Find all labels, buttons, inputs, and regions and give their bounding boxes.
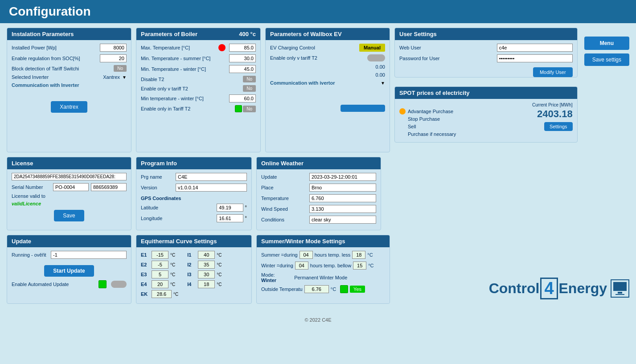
- temperature-input[interactable]: [309, 194, 376, 202]
- i1-unit: °C: [217, 253, 222, 258]
- outside-unit: °C: [331, 286, 336, 292]
- summer-mid: hours temp. less: [315, 252, 351, 258]
- max-temp-label: Max. Temperature [°C]: [141, 45, 218, 50]
- install-panel: Instalation Parameters Installed Power […: [7, 28, 131, 152]
- stop-label: Stop Purchase: [408, 116, 440, 122]
- save-settings-button[interactable]: Save settigs: [584, 53, 629, 66]
- summer-val-input[interactable]: [352, 251, 365, 259]
- e2-unit: °C: [170, 262, 175, 267]
- disable-t2-toggle[interactable]: No: [243, 76, 256, 82]
- min-temp-summer-label: Min. Temperature - summer [°C]: [141, 56, 229, 61]
- place-input[interactable]: [309, 184, 376, 192]
- block-detection-toggle[interactable]: No: [114, 65, 127, 72]
- winter-hours-input[interactable]: [295, 262, 308, 270]
- user-settings-title: User Settings: [399, 31, 437, 37]
- inverter-row: Selected Inverter Xantrex ▼: [12, 74, 127, 80]
- running-row: Running - ověřit: [12, 251, 127, 259]
- advantage-indicator-icon: [399, 108, 406, 115]
- boiler-temp-display: 400 °c: [239, 31, 256, 37]
- enable-tariff2-toggle[interactable]: No: [243, 106, 256, 112]
- e1-input[interactable]: [152, 251, 168, 259]
- spot-settings-button[interactable]: Settings: [544, 122, 573, 131]
- max-temp-input[interactable]: [229, 44, 256, 52]
- logo-monitor-icon: [611, 279, 629, 298]
- inverter-dropdown[interactable]: Xantrex ▼: [103, 74, 127, 80]
- enable-tariff-toggle[interactable]: No: [243, 85, 256, 92]
- menu-button[interactable]: Menu: [584, 37, 629, 50]
- header: Configuration: [0, 0, 636, 23]
- enable-tariff-row: Enable only v tariff T2 No: [141, 85, 256, 92]
- web-user-input[interactable]: [497, 44, 573, 52]
- wind-row: Wind Speed: [261, 205, 376, 213]
- min-temp-summer-row: Min. Temperature - summer [°C]: [141, 54, 256, 62]
- xantrex-button[interactable]: Xantrex: [51, 101, 87, 113]
- wallbox-value2: 0.00: [376, 72, 385, 78]
- advantage-label: Advantage Purchase: [408, 109, 453, 114]
- license-title: License: [12, 160, 33, 167]
- e3-input[interactable]: [152, 270, 168, 278]
- installed-power-input[interactable]: [100, 44, 127, 52]
- auto-update-toggle[interactable]: [111, 281, 127, 288]
- min-temp-summer-input[interactable]: [229, 54, 256, 62]
- regulation-input[interactable]: [100, 54, 127, 62]
- wind-input[interactable]: [309, 205, 376, 213]
- auto-update-check-icon[interactable]: [98, 280, 107, 288]
- serial-input-2[interactable]: [91, 183, 127, 191]
- license-valid-label: License valid to: [12, 193, 127, 199]
- comm-inverter-label[interactable]: Communication with Inverter: [12, 82, 127, 88]
- i1-input[interactable]: [198, 251, 215, 259]
- start-update-button[interactable]: Start Update: [44, 265, 94, 277]
- temperature-row: Temperature: [261, 194, 376, 202]
- modify-user-button[interactable]: Modify User: [533, 67, 573, 77]
- prg-name-input[interactable]: [176, 173, 247, 181]
- ek-row: EK °C: [141, 290, 178, 298]
- save-license-button[interactable]: Save: [54, 210, 84, 221]
- i4-row: I4 °C: [187, 280, 222, 288]
- i2-label: I2: [187, 262, 196, 267]
- auto-update-row: Enable Automated Update: [12, 280, 127, 288]
- longitude-input[interactable]: [217, 214, 243, 222]
- summer-winter-title: Summer/Winter Mode Settings: [261, 238, 345, 245]
- comm-row: Communication with Inverter: [12, 82, 127, 88]
- version-input[interactable]: [176, 184, 247, 192]
- i4-input[interactable]: [198, 280, 215, 288]
- winter-val-input[interactable]: [353, 262, 366, 270]
- license-key-input[interactable]: [12, 173, 127, 180]
- latitude-label: Latitude: [141, 205, 217, 210]
- install-title: Instalation Parameters: [12, 31, 74, 37]
- password-input[interactable]: [497, 54, 573, 62]
- ev-manual-button[interactable]: Manual: [359, 44, 385, 52]
- wallbox-chevron-icon: ▼: [381, 81, 385, 86]
- min-temp-winter-input[interactable]: [229, 65, 256, 73]
- conditions-input[interactable]: [309, 216, 376, 224]
- serial-row: Serial Number: [12, 183, 127, 191]
- max-temp-row: Max. Temperature [°C]: [141, 44, 256, 52]
- mode-row: Mode: Winter Permanent Winter Mode: [261, 272, 385, 283]
- place-row: Place: [261, 184, 376, 192]
- running-input[interactable]: [51, 251, 127, 259]
- e1-label: E1: [141, 252, 150, 258]
- equithermal-panel: Equithermal Curve Settings E1 °C E2 °C: [136, 235, 252, 304]
- min-temp-winter2-input[interactable]: [229, 94, 256, 102]
- outside-temp-input[interactable]: [304, 285, 329, 293]
- update-input[interactable]: [309, 173, 376, 181]
- perm-winter-label: Permanent Winter Mode: [294, 275, 347, 280]
- password-row: Password for User: [399, 54, 573, 62]
- program-info-title: Program Info: [141, 160, 177, 167]
- sell-row: Sell: [399, 123, 456, 130]
- wallbox-comm-label[interactable]: Communication with ivertor: [270, 80, 381, 86]
- serial-input-1[interactable]: [53, 183, 89, 191]
- wallbox-tariff-toggle[interactable]: [367, 54, 385, 61]
- latitude-input[interactable]: [217, 204, 243, 212]
- e2-input[interactable]: [152, 261, 168, 269]
- boiler-title: Parameters of Boiler: [141, 31, 197, 37]
- wallbox-action-button[interactable]: [341, 105, 385, 112]
- summer-hours-input[interactable]: [300, 251, 313, 259]
- web-user-row: Web User: [399, 44, 573, 52]
- yes-button[interactable]: Yes: [350, 286, 365, 293]
- ek-input[interactable]: [152, 290, 172, 298]
- e4-input[interactable]: [152, 280, 168, 288]
- i2-input[interactable]: [198, 261, 215, 269]
- i3-input[interactable]: [198, 270, 215, 278]
- i2-row: I2 °C: [187, 261, 222, 269]
